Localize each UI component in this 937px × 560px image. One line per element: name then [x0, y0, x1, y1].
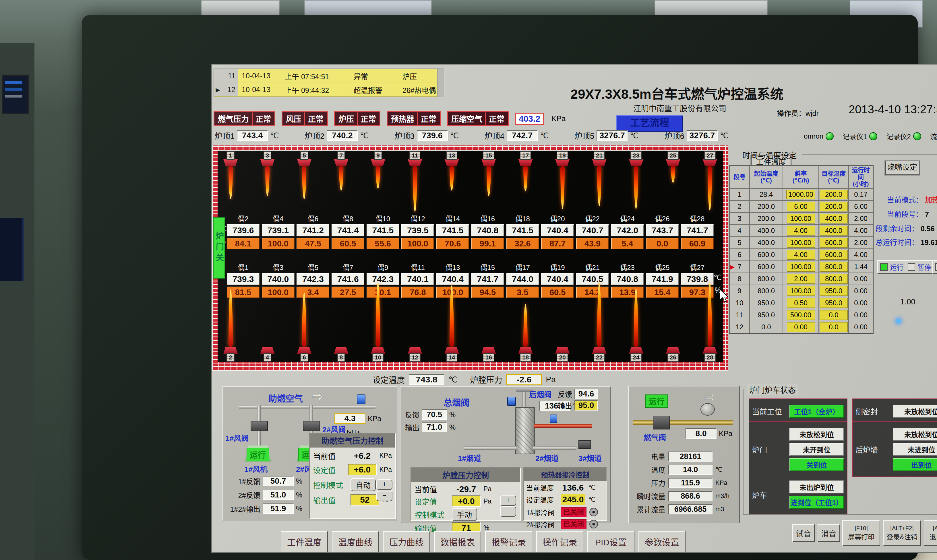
schedule-rate-cell[interactable]: 100.00: [783, 261, 819, 273]
target-value[interactable]: 800.0: [820, 274, 848, 284]
nav-button[interactable]: 报警记录: [485, 531, 532, 552]
nav-button[interactable]: 操作记录: [536, 531, 583, 552]
total-runtime-row: 总运行时间： 19.61 （小时）: [875, 237, 937, 247]
schedule-rate-cell[interactable]: 6.00: [783, 200, 819, 212]
schedule-rate-cell[interactable]: 0.50: [783, 297, 819, 309]
schedule-target-cell[interactable]: 400.0: [819, 225, 849, 237]
schedule-rate-cell[interactable]: 500.00: [783, 309, 819, 321]
rate-value[interactable]: 100.00: [787, 214, 815, 223]
gas-row-label: 压力: [633, 478, 666, 488]
schedule-target-cell[interactable]: 950.0: [819, 285, 849, 297]
schedule-target-cell[interactable]: 200.0: [819, 200, 849, 212]
nav-button[interactable]: PID设置: [587, 531, 635, 552]
schedule-header-line2: (℃): [760, 177, 772, 184]
rate-value[interactable]: 6.00: [787, 202, 815, 211]
nav-button[interactable]: 温度曲线: [332, 531, 379, 552]
target-value[interactable]: 600.0: [820, 238, 848, 248]
system-button[interactable]: [F10] 屏幕打印: [842, 520, 880, 546]
pause-button[interactable]: 暂停: [905, 260, 934, 274]
rate-value[interactable]: 4.00: [787, 226, 815, 235]
schedule-rate-cell[interactable]: 0.00: [783, 321, 819, 333]
schedule-rate-cell[interactable]: 4.00: [783, 249, 819, 261]
target-value[interactable]: 200.0: [820, 190, 848, 199]
schedule-rate-cell[interactable]: 2.00: [783, 273, 819, 285]
schedule-target-cell[interactable]: 0.0: [819, 321, 849, 333]
process-flow-button[interactable]: 工艺流程: [616, 115, 683, 132]
set-value[interactable]: +6.0: [348, 464, 377, 475]
schedule-target-cell[interactable]: 600.0: [819, 237, 849, 249]
rear-valve-icon[interactable]: [578, 440, 591, 449]
rate-value[interactable]: 0.00: [787, 322, 815, 332]
system-button[interactable]: [Alt+F4] 退出系统: [924, 520, 937, 546]
out-value[interactable]: 52: [350, 494, 379, 506]
plus-button[interactable]: +: [500, 495, 516, 506]
schedule-target-cell[interactable]: 200.0: [819, 188, 849, 200]
door-state: 未放松到位: [789, 428, 844, 441]
valve1-state[interactable]: 已关闭: [561, 507, 587, 517]
mode-button[interactable]: 手动: [452, 508, 477, 521]
rate-value[interactable]: 500.00: [787, 310, 815, 320]
minus-button[interactable]: −: [376, 491, 392, 501]
burner-setup-button[interactable]: 烧嘴设定: [885, 161, 920, 175]
rate-value[interactable]: 100.00: [787, 262, 815, 272]
rate-value[interactable]: 100.00: [787, 238, 815, 248]
schedule-rate-cell[interactable]: 100.00: [783, 212, 819, 225]
schedule-rate-cell[interactable]: 100.00: [783, 237, 819, 249]
target-value[interactable]: 400.0: [820, 214, 848, 223]
sound-button[interactable]: 消音: [818, 524, 840, 542]
schedule-rate-cell[interactable]: 1000.00: [783, 188, 819, 200]
target-value[interactable]: 600.0: [820, 250, 848, 260]
run-button[interactable]: 运行: [877, 260, 906, 274]
nav-button[interactable]: 参数设置: [638, 531, 686, 552]
target-value[interactable]: 400.0: [820, 226, 848, 235]
target-value[interactable]: 0.0: [820, 310, 848, 320]
target-value[interactable]: 200.0: [820, 202, 848, 211]
schedule-target-cell[interactable]: 800.0: [819, 273, 849, 285]
schedule-target-cell[interactable]: 950.0: [819, 297, 849, 309]
schedule-rate-cell[interactable]: 100.00: [783, 285, 819, 297]
feedback-label: 1#反馈: [227, 476, 260, 486]
rate-value[interactable]: 100.00: [787, 286, 815, 296]
thermocouple-output: 47.5: [297, 238, 329, 249]
rate-value[interactable]: 0.50: [787, 298, 815, 308]
air-valve-icon[interactable]: [251, 421, 268, 431]
schedule-rate-cell[interactable]: 4.00: [783, 225, 819, 237]
schedule-seg-cell: 10: [729, 297, 749, 309]
alarm-scrollbar[interactable]: [437, 69, 444, 97]
set-value[interactable]: 245.0: [561, 494, 585, 505]
schedule-target-cell[interactable]: 0.0: [819, 309, 849, 321]
rate-value[interactable]: 2.00: [787, 274, 815, 284]
furnace-chamber: 1 3 5: [217, 151, 723, 362]
valve2-state[interactable]: 已关闭: [561, 519, 587, 529]
target-value[interactable]: 800.0: [820, 262, 848, 272]
rear-out-value[interactable]: 95.0: [575, 400, 598, 411]
status-badge-label: 炉压: [336, 112, 357, 125]
target-value[interactable]: 0.0: [820, 322, 848, 332]
burner: 3: [258, 151, 276, 212]
alarm-row[interactable]: 11 10-04-13 上午 07:54:51 异常 炉压: [214, 69, 437, 83]
plus-button[interactable]: +: [376, 479, 392, 490]
target-value[interactable]: 950.0: [820, 286, 848, 296]
target-value[interactable]: 950.0: [820, 298, 848, 308]
schedule-target-cell[interactable]: 400.0: [819, 212, 849, 225]
schedule-target-cell[interactable]: 800.0: [819, 261, 849, 273]
rate-value[interactable]: 4.00: [787, 250, 815, 260]
alarm-list[interactable]: 11 10-04-13 上午 07:54:51 异常 炉压 ▶ 12 10-04…: [214, 69, 444, 97]
nav-button[interactable]: 数据报表: [434, 531, 481, 552]
schedule-target-cell[interactable]: 600.0: [819, 249, 849, 261]
stop-button[interactable]: 停止: [932, 260, 937, 274]
set-value[interactable]: +0.0: [452, 495, 481, 507]
nav-button[interactable]: 压力曲线: [383, 531, 430, 552]
power-led-icon[interactable]: [897, 319, 900, 323]
minus-button[interactable]: −: [500, 506, 516, 517]
sensor-icon: [550, 415, 557, 423]
rate-value[interactable]: 1000.00: [786, 190, 815, 199]
air-valve-icon[interactable]: [303, 421, 320, 431]
mode-button[interactable]: 自动: [350, 478, 376, 491]
sound-button[interactable]: 试音: [792, 524, 815, 542]
green-status-icon: [826, 132, 834, 140]
system-button[interactable]: [ALT+F2] 登录&注销: [883, 520, 921, 546]
alarm-row[interactable]: ▶ 12 10-04-13 上午 09:44:32 超温报警 26#热电偶: [214, 83, 437, 97]
gas-valve-icon[interactable]: [653, 416, 670, 429]
nav-button[interactable]: 工件温度: [281, 531, 328, 552]
